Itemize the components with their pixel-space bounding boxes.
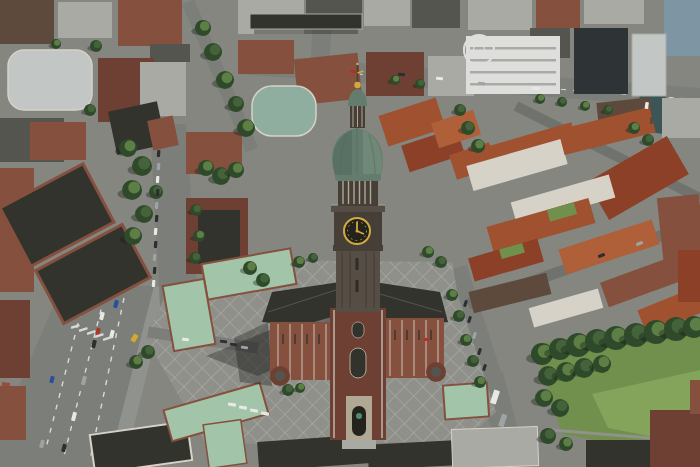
tree-crown — [233, 97, 243, 107]
building-roof — [584, 0, 644, 24]
tree-crown — [54, 40, 60, 46]
building-roof — [662, 98, 700, 138]
vehicle — [398, 73, 405, 76]
building-roof — [150, 44, 190, 62]
tree-crown — [210, 44, 221, 55]
vehicle — [155, 202, 159, 209]
tree-crown — [458, 105, 465, 112]
vehicle — [153, 267, 157, 274]
tree-crown — [130, 228, 141, 239]
aerial-photo-stage: Aerial photograph of St. Michael's Churc… — [0, 0, 700, 467]
tree-crown — [560, 98, 566, 104]
tree-crown — [197, 231, 204, 238]
vehicle — [650, 117, 653, 124]
tree-crown — [583, 102, 589, 108]
tree-crown — [450, 290, 457, 297]
building-roof — [118, 0, 182, 46]
balustrade — [331, 205, 385, 212]
tree-crown — [632, 123, 639, 130]
tree-crown — [465, 122, 473, 130]
tree-crown — [298, 384, 304, 390]
gold-orb — [354, 82, 360, 88]
vehicle — [154, 228, 158, 235]
vehicle — [532, 87, 540, 91]
tree-crown — [133, 356, 141, 364]
aerial-photo-hamburg-michel: Aerial photograph of St. Michael's Churc… — [0, 0, 700, 467]
tree-crown — [599, 356, 610, 367]
tree-crown — [145, 346, 153, 354]
portal-arch — [352, 406, 366, 436]
building-roof — [364, 0, 410, 26]
turret-cap — [431, 367, 441, 377]
tree-crown — [260, 274, 268, 282]
bridge-shadow — [254, 29, 358, 34]
building-roof — [58, 2, 112, 38]
building-roof — [468, 0, 532, 30]
blue-glass-tower — [664, 0, 700, 56]
tree-crown — [646, 135, 653, 142]
tree-crown — [426, 247, 433, 254]
building-roof — [0, 0, 54, 44]
building-roof — [632, 34, 666, 96]
apartment-building — [451, 427, 538, 467]
tree-crown — [243, 120, 254, 131]
tower-window-upper — [352, 322, 364, 338]
tree-crown — [88, 105, 95, 112]
tree-crown — [141, 206, 152, 217]
tree-crown — [311, 254, 317, 260]
tree-crown — [125, 140, 136, 151]
vehicle — [156, 189, 160, 196]
building-roof — [0, 300, 30, 378]
vehicle — [157, 150, 161, 157]
tree-crown — [545, 429, 555, 439]
tree-crown — [457, 311, 464, 318]
clock-center — [356, 230, 359, 233]
tower-window — [350, 348, 366, 378]
tree-crown — [203, 161, 213, 171]
tree-crown — [471, 356, 478, 363]
tree-crown — [128, 182, 140, 194]
building-roof — [238, 40, 294, 74]
building-roof — [650, 410, 700, 467]
curved-glass-building — [252, 86, 316, 136]
pavilion-copper-roof — [443, 383, 489, 420]
colonnade-lantern — [338, 179, 378, 206]
building-roof — [30, 122, 86, 160]
tree-crown — [557, 400, 568, 411]
tree-crown — [138, 158, 150, 170]
building-roof — [203, 420, 247, 467]
building-roof — [0, 386, 26, 440]
vehicle — [152, 280, 156, 287]
tree-crown — [194, 205, 201, 212]
vehicle — [157, 163, 161, 170]
tree-crown — [200, 21, 210, 31]
tree-crown — [193, 253, 200, 260]
tree-crown — [286, 385, 293, 392]
tree-crown — [538, 95, 544, 101]
tree-crown — [541, 390, 552, 401]
tree-crown — [478, 377, 485, 384]
tree-crown — [606, 106, 612, 112]
tree-crown — [418, 80, 424, 86]
archangel-michael-statue — [356, 413, 362, 419]
vehicle — [424, 338, 429, 341]
building-roof — [678, 250, 700, 302]
vehicle — [154, 241, 158, 248]
portal-steps — [342, 440, 376, 449]
tree-crown — [94, 41, 101, 48]
curved-office-building — [8, 50, 92, 110]
tree-crown — [563, 438, 571, 446]
vehicle — [153, 254, 157, 261]
vehicle — [155, 215, 159, 222]
tree-crown — [475, 140, 483, 148]
building-roof — [690, 380, 700, 414]
tree-crown — [297, 257, 304, 264]
tree-crown — [464, 335, 471, 342]
tree-crown — [222, 72, 233, 83]
building-roof — [412, 0, 460, 28]
building-roof — [470, 47, 556, 50]
railway-bridge — [250, 14, 362, 34]
building-roof — [470, 71, 556, 74]
tree-crown — [247, 262, 255, 270]
tree-crown — [233, 163, 243, 173]
